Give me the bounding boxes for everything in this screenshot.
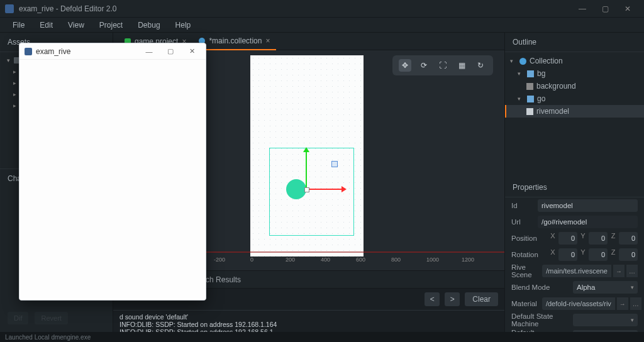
console-output[interactable]: d sound device 'default' INFO:DLIB: SSDP…: [113, 311, 504, 332]
chevron-down-icon[interactable]: ▾: [518, 70, 524, 77]
pos-y-input[interactable]: [589, 232, 608, 245]
prop-label: Url: [511, 218, 533, 226]
console-line: INFO:DLIB: SSDP: Started on address 192.…: [119, 321, 498, 328]
prop-position: Position X Y Z: [505, 230, 644, 246]
camera-icon[interactable]: ▦: [455, 59, 468, 72]
dsm-select[interactable]: [573, 314, 638, 326]
next-button[interactable]: >: [445, 292, 460, 306]
open-file-icon[interactable]: →: [613, 265, 625, 277]
axis-x-label: X: [550, 232, 556, 245]
outline-label: Collection: [530, 57, 563, 65]
chevron-right-icon[interactable]: ▸: [11, 80, 18, 86]
prev-button[interactable]: <: [425, 292, 440, 306]
outline-row-go[interactable]: ▾go: [505, 92, 644, 105]
ruler-tick: 400: [321, 256, 330, 263]
rot-x-input[interactable]: [558, 248, 577, 261]
collection-icon: [519, 58, 526, 65]
prop-id-input[interactable]: [538, 199, 638, 212]
pos-x-input[interactable]: [558, 232, 577, 245]
corner-handle[interactable]: [331, 161, 338, 167]
preview-canvas[interactable]: [19, 60, 206, 300]
prop-blend-mode: Blend Mode Alpha: [505, 279, 644, 295]
chevron-down-icon[interactable]: ▾: [518, 96, 524, 102]
menu-view[interactable]: View: [60, 18, 92, 32]
preview-titlebar[interactable]: exam_rive — ▢ ✕: [19, 43, 206, 60]
ruler-tick: -200: [214, 256, 225, 263]
status-text: Launched Local dmengine.exe: [5, 334, 91, 341]
chevron-down-icon[interactable]: ▾: [510, 58, 516, 64]
blend-mode-select[interactable]: Alpha: [573, 281, 638, 294]
properties-panel-header: Properties: [505, 178, 644, 197]
app-logo-icon: [25, 48, 32, 55]
window-title: exam_rive - Defold Editor 2.0: [19, 4, 571, 13]
close-tab-icon[interactable]: ×: [265, 36, 270, 45]
clear-button[interactable]: Clear: [465, 292, 498, 306]
material-path[interactable]: /defold-rive/assets/riv: [542, 297, 615, 310]
dif-button[interactable]: Dif: [8, 312, 28, 324]
y-axis-handle[interactable]: [306, 151, 307, 187]
maximize-icon[interactable]: ▢: [162, 47, 179, 55]
cube-icon: [527, 96, 534, 102]
menu-help[interactable]: Help: [168, 18, 199, 32]
outline-row-collection[interactable]: ▾Collection: [505, 55, 644, 67]
rot-z-input[interactable]: [619, 248, 638, 261]
browse-file-icon[interactable]: …: [626, 265, 638, 277]
preview-title: exam_rive: [36, 47, 70, 56]
prop-label: Rotation: [511, 251, 545, 258]
chevron-down-icon[interactable]: ▾: [5, 57, 11, 63]
right-panel: Outline ▾Collection ▾bg background ▾go r…: [504, 33, 644, 332]
outline-label: background: [536, 82, 576, 91]
prop-label: Default Animation: [511, 329, 568, 332]
chevron-right-icon[interactable]: ▸: [11, 91, 18, 97]
close-icon[interactable]: ✕: [183, 47, 201, 55]
anim-select[interactable]: Animation 2: [573, 330, 638, 332]
rivemodel-gizmo[interactable]: [286, 179, 306, 199]
menu-file[interactable]: File: [5, 18, 32, 32]
sprite-icon: [526, 83, 533, 90]
prop-url-input[interactable]: [538, 216, 638, 228]
ruler-tick: 0: [250, 256, 253, 263]
rotate-tool-icon[interactable]: ⟳: [418, 59, 430, 72]
prop-label: Material: [511, 300, 537, 307]
minimize-icon[interactable]: —: [140, 48, 158, 55]
tab-label: *main.collection: [209, 36, 262, 45]
chevron-right-icon[interactable]: ▸: [11, 69, 18, 75]
rot-y-input[interactable]: [589, 248, 608, 261]
scale-tool-icon[interactable]: ⛶: [436, 59, 449, 72]
prop-url: Url: [505, 214, 644, 230]
x-axis-handle[interactable]: [306, 189, 343, 190]
prop-id: Id: [505, 197, 644, 214]
axis-x-label: X: [550, 248, 556, 261]
prop-default-animation: Default Animation Animation 2: [505, 328, 644, 332]
origin-handle[interactable]: [304, 187, 309, 192]
axis-y-label: Y: [580, 248, 586, 261]
scene-path[interactable]: /main/test.rivescene: [542, 265, 611, 277]
pos-z-input[interactable]: [619, 232, 638, 245]
axis-z-label: Z: [610, 248, 616, 261]
menu-debug[interactable]: Debug: [130, 18, 167, 32]
minimize-icon[interactable]: —: [571, 0, 594, 18]
menu-edit[interactable]: Edit: [32, 18, 60, 32]
maximize-icon[interactable]: ▢: [594, 0, 616, 18]
chevron-right-icon[interactable]: ▸: [11, 102, 18, 109]
outline-tree[interactable]: ▾Collection ▾bg background ▾go rivemodel: [505, 52, 644, 178]
game-preview-window[interactable]: exam_rive — ▢ ✕: [19, 43, 206, 301]
close-icon[interactable]: ✕: [616, 0, 639, 18]
outline-label: rivemodel: [536, 107, 569, 116]
browse-file-icon[interactable]: …: [630, 297, 641, 310]
prop-rotation: Rotation X Y Z: [505, 246, 644, 263]
console-line: d sound device 'default': [119, 313, 498, 321]
app-logo-icon: [5, 4, 14, 13]
outline-row-bg[interactable]: ▾bg: [505, 67, 644, 80]
viewport-toolbar: ✥ ⟳ ⛶ ▦ ↻: [392, 55, 493, 75]
outline-row-background[interactable]: background: [505, 80, 644, 92]
outline-row-rivemodel[interactable]: rivemodel: [505, 105, 644, 118]
menu-project[interactable]: Project: [92, 18, 130, 32]
revert-button[interactable]: Revert: [35, 312, 67, 324]
move-tool-icon[interactable]: ✥: [399, 59, 411, 72]
open-file-icon[interactable]: →: [617, 297, 628, 310]
axis-y-label: Y: [580, 232, 586, 245]
refresh-icon[interactable]: ↻: [474, 59, 487, 72]
outline-label: bg: [537, 69, 545, 78]
console-line: INFO:DLIB: SSDP: Started on address 192.…: [119, 328, 498, 332]
